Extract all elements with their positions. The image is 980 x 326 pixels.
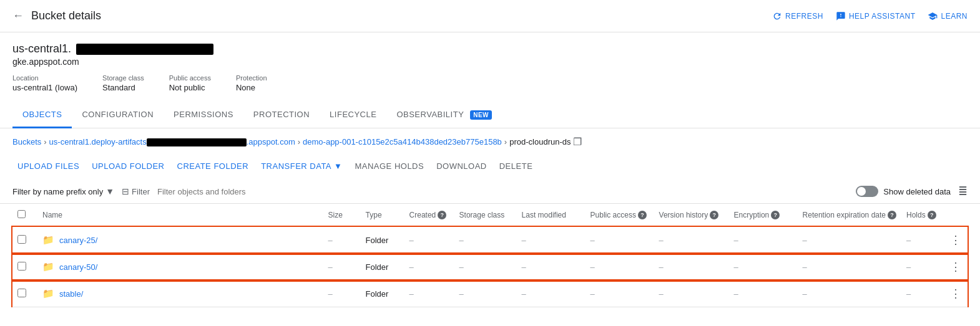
- row-name: canary-50/: [59, 262, 97, 272]
- th-public: Public access ?: [586, 204, 654, 227]
- learn-label: LEARN: [941, 12, 968, 21]
- row-public: –: [586, 280, 654, 307]
- row-size: –: [323, 227, 361, 254]
- row-storage: –: [454, 280, 517, 307]
- holds-info-icon[interactable]: ?: [928, 211, 936, 219]
- th-retention-label: Retention expiration date: [803, 211, 886, 219]
- row-name-cell: 📁 stable/: [37, 280, 323, 307]
- th-public-label: Public access: [590, 211, 636, 219]
- th-name-label: Name: [42, 211, 62, 219]
- bucket-name-prefix: us-central1.: [12, 42, 71, 55]
- file-link[interactable]: 📁 stable/: [42, 288, 318, 299]
- location-value: us-central1 (Iowa): [12, 83, 77, 92]
- copy-path-icon[interactable]: ❐: [573, 136, 582, 148]
- top-bar: ← Bucket details REFRESH HELP ASSISTANT …: [0, 0, 980, 32]
- create-folder-button[interactable]: CREATE FOLDER: [172, 158, 254, 175]
- public-access-label: Public access: [169, 74, 211, 82]
- row-checkbox[interactable]: [17, 289, 26, 297]
- protection-value: None: [236, 83, 267, 92]
- refresh-button[interactable]: REFRESH: [772, 11, 823, 21]
- bucket-full-name: us-central1.: [12, 42, 968, 55]
- breadcrumb-redacted: [147, 138, 247, 146]
- folder-icon: 📁: [42, 234, 54, 246]
- back-button[interactable]: ←: [12, 9, 24, 22]
- tab-observability[interactable]: OBSERVABILITY NEW: [386, 102, 502, 128]
- table-container: Name Size Type Created ? Storage class L…: [0, 204, 980, 307]
- row-modified: –: [517, 227, 586, 254]
- public-info-icon[interactable]: ?: [638, 211, 647, 219]
- row-encrypt: –: [729, 280, 798, 307]
- row-checkbox[interactable]: [17, 262, 26, 271]
- filter-icon-button[interactable]: ⊟ Filter: [122, 186, 150, 196]
- retention-info-icon[interactable]: ?: [888, 211, 896, 219]
- table-row: 📁 stable/ – Folder – – – – – – – – ⋮: [12, 280, 968, 307]
- breadcrumb-path2[interactable]: demo-app-001-c1015e2c5a414b438ded23eb775…: [303, 137, 502, 146]
- row-retention: –: [798, 227, 901, 254]
- show-deleted-switch[interactable]: [856, 186, 878, 197]
- top-bar-left: ← Bucket details: [12, 9, 101, 22]
- version-info-icon[interactable]: ?: [710, 211, 718, 219]
- tab-lifecycle[interactable]: LIFECYCLE: [320, 102, 386, 128]
- created-info-icon[interactable]: ?: [438, 211, 446, 219]
- density-icon[interactable]: ≣: [958, 185, 968, 198]
- row-name: stable/: [59, 289, 83, 299]
- tab-permissions[interactable]: PERMISSIONS: [164, 102, 243, 128]
- th-version: Version history ?: [654, 204, 729, 227]
- row-more-icon[interactable]: ⋮: [950, 287, 961, 300]
- table-row: 📁 canary-25/ – Folder – – – – – – – – ⋮: [12, 227, 968, 254]
- th-storage: Storage class: [454, 204, 517, 227]
- row-encrypt: –: [729, 227, 798, 254]
- row-version: –: [654, 280, 729, 307]
- row-modified: –: [517, 254, 586, 280]
- breadcrumb-buckets[interactable]: Buckets: [12, 137, 41, 146]
- delete-button[interactable]: DELETE: [494, 158, 538, 175]
- table-body: 📁 canary-25/ – Folder – – – – – – – – ⋮ …: [12, 227, 968, 307]
- tab-protection[interactable]: PROTECTION: [243, 102, 320, 128]
- manage-holds-button[interactable]: MANAGE HOLDS: [350, 158, 429, 175]
- row-type: Folder: [361, 254, 404, 280]
- row-more-actions: ⋮: [945, 280, 968, 307]
- th-actions: [945, 204, 968, 227]
- file-link[interactable]: 📁 canary-25/: [42, 234, 318, 246]
- row-holds: –: [901, 280, 945, 307]
- breadcrumb: Buckets › us-central1.deploy-artifacts.a…: [0, 128, 980, 153]
- meta-protection: Protection None: [236, 74, 267, 92]
- filter-dropdown[interactable]: Filter by name prefix only ▼: [12, 186, 114, 196]
- row-checkbox[interactable]: [17, 235, 26, 244]
- tab-configuration[interactable]: CONFIGURATION: [72, 102, 164, 128]
- transfer-data-button[interactable]: TRANSFER DATA ▼: [256, 158, 347, 175]
- learn-icon: [928, 11, 938, 21]
- row-more-icon[interactable]: ⋮: [950, 261, 961, 273]
- table-header: Name Size Type Created ? Storage class L…: [12, 204, 968, 227]
- refresh-icon: [772, 11, 782, 21]
- show-deleted-label: Show deleted data: [883, 187, 951, 196]
- row-retention: –: [798, 254, 901, 280]
- help-assistant-button[interactable]: HELP ASSISTANT: [836, 11, 916, 21]
- upload-folder-button[interactable]: UPLOAD FOLDER: [87, 158, 169, 175]
- bucket-subdomain: gke.appspot.com: [12, 57, 968, 67]
- row-holds: –: [901, 254, 945, 280]
- row-checkbox-cell: [12, 227, 37, 254]
- row-modified: –: [517, 280, 586, 307]
- file-link[interactable]: 📁 canary-50/: [42, 261, 318, 272]
- encrypt-info-icon[interactable]: ?: [771, 211, 780, 219]
- tab-objects[interactable]: OBJECTS: [12, 102, 72, 128]
- row-more-actions: ⋮: [945, 254, 968, 280]
- breadcrumb-sep-1: ›: [44, 137, 46, 146]
- th-type: Type: [361, 204, 404, 227]
- download-button[interactable]: DOWNLOAD: [431, 158, 492, 175]
- bucket-info: us-central1. gke.appspot.com Location us…: [0, 32, 980, 97]
- action-bar: UPLOAD FILES UPLOAD FOLDER CREATE FOLDER…: [0, 153, 980, 180]
- breadcrumb-path1[interactable]: us-central1.deploy-artifacts.appspot.com: [49, 137, 295, 146]
- row-size: –: [323, 254, 361, 280]
- row-checkbox-cell: [12, 254, 37, 280]
- row-type: Folder: [361, 227, 404, 254]
- select-all-checkbox[interactable]: [17, 210, 26, 218]
- learn-button[interactable]: LEARN: [928, 11, 968, 21]
- row-version: –: [654, 254, 729, 280]
- toggle-knob: [857, 187, 866, 196]
- filter-input[interactable]: [157, 187, 848, 196]
- upload-files-button[interactable]: UPLOAD FILES: [12, 158, 84, 175]
- filter-dropdown-arrow-icon: ▼: [105, 186, 114, 196]
- row-more-icon[interactable]: ⋮: [950, 234, 961, 246]
